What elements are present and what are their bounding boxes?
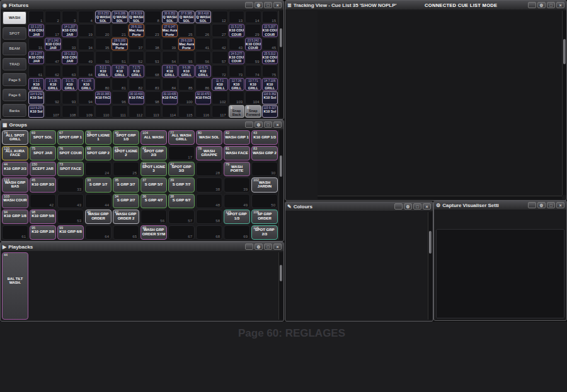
group-cell[interactable]: 78WASH GRAPPE: [196, 146, 222, 160]
group-cell[interactable]: 116SPOT GRP 2/3: [251, 225, 278, 240]
fixture-empty-cell[interactable]: 111: [112, 105, 127, 118]
group-cell[interactable]: 33S GRP 1/7: [85, 177, 112, 192]
fixture-cell[interactable]: 31 10.435K10 FACE: [162, 91, 178, 104]
group-empty-cell[interactable]: 65: [113, 225, 139, 240]
group-cell[interactable]: 99K10 GRP 6/8: [57, 225, 84, 240]
fixture-cell[interactable]: 6 2.36K10GRILL: [112, 65, 127, 77]
group-empty-cell[interactable]: 38: [196, 177, 222, 192]
fixture-empty-cell[interactable]: 2: [45, 11, 60, 23]
group-empty-cell[interactable]: 49: [224, 194, 250, 208]
fixture-empty-cell[interactable]: 116: [195, 105, 211, 118]
fixture-cell[interactable]: 14 7.106K10GRILL: [262, 78, 278, 91]
fixtures-snap-forward-button[interactable]: 8Snap Forward: [245, 105, 261, 118]
fixture-empty-cell[interactable]: 96: [112, 91, 127, 104]
fixture-empty-cell[interactable]: 115: [178, 105, 194, 118]
fixture-empty-cell[interactable]: 98: [145, 91, 161, 104]
group-cell[interactable]: 150SCEPT JAR: [30, 162, 56, 176]
fixture-cell[interactable]: 27 6.147Mac AuraPorte: [162, 24, 178, 36]
group-empty-cell[interactable]: 28: [196, 162, 222, 176]
gear-icon[interactable]: ⚙: [255, 2, 263, 8]
group-empty-cell[interactable]: 30: [251, 162, 278, 176]
group-cell[interactable]: 95K10 GRP 2/8: [30, 225, 56, 240]
group-empty-cell[interactable]: 42: [30, 194, 56, 208]
gear-icon[interactable]: ⚙: [404, 203, 412, 210]
group-cell[interactable]: 94K10 GRP 1/8: [2, 210, 28, 224]
group-empty-cell[interactable]: 68: [196, 225, 222, 240]
fixture-empty-cell[interactable]: 64: [78, 65, 94, 77]
fixture-empty-cell[interactable]: 42: [212, 38, 227, 50]
fixture-empty-cell[interactable]: 39: [162, 38, 178, 50]
fixture-cell[interactable]: 28 6.183Mac AuraPorte: [112, 38, 127, 50]
fixture-empty-cell[interactable]: 107: [45, 105, 60, 118]
fixture-empty-cell[interactable]: 108: [62, 105, 77, 118]
tracking-titlebar[interactable]: ≣ Tracking View - Cue List 35 'SHOW NOPL…: [285, 1, 566, 9]
fixture-empty-cell[interactable]: 35: [95, 38, 111, 50]
fixture-empty-cell[interactable]: 85: [178, 78, 194, 91]
restore-icon[interactable]: □: [264, 2, 272, 8]
close-icon[interactable]: ×: [273, 2, 282, 8]
fixture-empty-cell[interactable]: 17: [45, 24, 60, 36]
fixture-empty-cell[interactable]: 26: [195, 24, 211, 36]
menu-icon[interactable]: [528, 202, 536, 208]
fixture-cell[interactable]: 13 1.172K10 COUPJAR: [28, 24, 44, 36]
group-cell[interactable]: 103WASH COUR: [2, 194, 28, 208]
fixture-cell[interactable]: 22 5.207K10 COUPCOUR: [262, 24, 278, 36]
group-cell[interactable]: 70SPOT LIGNE 1: [85, 130, 112, 145]
group-cell[interactable]: 77ALL WASH GRILL: [168, 130, 195, 145]
fixture-empty-cell[interactable]: 112: [129, 105, 144, 118]
group-empty-cell[interactable]: 53: [57, 210, 84, 224]
group-cell[interactable]: 102WASH JARDIN: [251, 177, 278, 192]
fixture-cell[interactable]: 7 2.71K10GRILL: [129, 65, 144, 77]
menu-icon[interactable]: [528, 2, 536, 8]
group-cell[interactable]: 41SPOT GRP 2/3: [140, 146, 167, 160]
fixture-empty-cell[interactable]: 114: [162, 105, 178, 118]
menu-icon[interactable]: [245, 121, 253, 128]
fixture-cell[interactable]: 14 1.207K10 COUPJAR: [62, 24, 77, 36]
fixture-empty-cell[interactable]: 20: [95, 24, 111, 36]
group-cell[interactable]: 44K10 GRP 2/3: [2, 162, 28, 176]
fixtures-page-spot[interactable]: SPOT: [2, 26, 27, 41]
fixture-cell[interactable]: 23 5.242K10 COUPCOUR: [245, 38, 261, 50]
fixture-cell[interactable]: 116 9.362K10 Sol: [262, 91, 278, 104]
menu-icon[interactable]: [394, 203, 403, 210]
group-empty-cell[interactable]: 64: [85, 225, 112, 240]
capture-titlebar[interactable]: ⚙ Capture Visualiser Setti ⚙□×: [434, 201, 566, 210]
group-cell[interactable]: 75SPOT JAR: [30, 146, 56, 160]
group-cell[interactable]: 76SPOT COUR: [57, 146, 84, 160]
group-cell[interactable]: 38S GRP 6/7: [168, 194, 195, 208]
fixtures-page-banks[interactable]: Banks: [2, 103, 27, 118]
fixture-empty-cell[interactable]: 19: [78, 24, 94, 36]
group-cell[interactable]: 46WASH GRP ORDER: [85, 210, 112, 224]
fixture-cell[interactable]: 34 8.286Q WASHSOL: [112, 11, 127, 23]
group-cell[interactable]: 40SPOT GRP 1/3: [113, 130, 139, 145]
close-icon[interactable]: ×: [423, 203, 431, 210]
fixture-empty-cell[interactable]: 94: [78, 91, 94, 104]
group-empty-cell[interactable]: 57: [168, 210, 195, 224]
close-icon[interactable]: ×: [556, 202, 564, 208]
fixture-empty-cell[interactable]: 53: [145, 51, 161, 64]
group-empty-cell[interactable]: 50: [251, 194, 278, 208]
fixture-empty-cell[interactable]: 25: [178, 24, 194, 36]
fixture-empty-cell[interactable]: 75: [262, 65, 278, 77]
fixture-cell[interactable]: 3 1.71K10GRILL: [62, 78, 77, 91]
fixture-empty-cell[interactable]: 109: [78, 105, 94, 118]
group-cell[interactable]: 34S GRP 2/7: [113, 194, 139, 208]
fixture-empty-cell[interactable]: 73: [229, 65, 244, 77]
fixture-empty-cell[interactable]: 27: [212, 24, 227, 36]
fixtures-page-page-6[interactable]: Page 6: [2, 88, 27, 103]
fixture-cell[interactable]: 10 6.71K10GRILL: [195, 65, 211, 77]
group-empty-cell[interactable]: 69: [224, 225, 250, 240]
fixture-cell[interactable]: 35 8.319Q WASHSOL: [129, 11, 144, 23]
fixture-cell[interactable]: 1 1.1K10GRILL: [28, 78, 44, 91]
tracking-hscrollbar[interactable]: [318, 196, 562, 199]
fixtures-scrollbar[interactable]: [278, 11, 283, 118]
group-empty-cell[interactable]: 58: [196, 210, 222, 224]
gear-icon[interactable]: ⚙: [255, 121, 263, 128]
fixture-empty-cell[interactable]: 102: [212, 91, 227, 104]
fixture-empty-cell[interactable]: 13: [229, 11, 244, 23]
fixture-empty-cell[interactable]: 100: [178, 91, 194, 104]
group-cell[interactable]: 68SPOT GRP 2: [85, 146, 112, 160]
group-cell[interactable]: 37S GRP 5/7: [140, 177, 167, 192]
group-cell[interactable]: 83WASH GRP 2: [251, 146, 278, 160]
fixture-empty-cell[interactable]: 110: [95, 105, 111, 118]
